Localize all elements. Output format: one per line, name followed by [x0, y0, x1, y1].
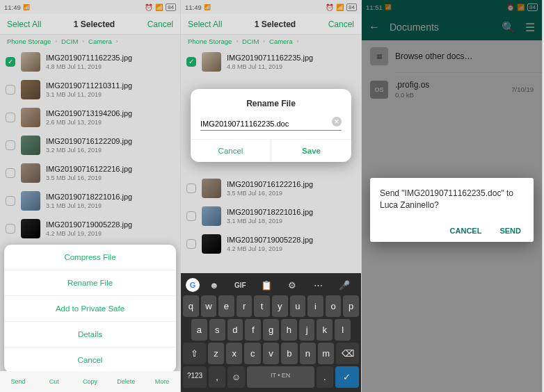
key-y[interactable]: y [272, 295, 288, 317]
clear-input-icon[interactable]: ✕ [332, 117, 342, 126]
key-numsym[interactable]: ?123 [183, 366, 207, 388]
key-w[interactable]: w [201, 295, 217, 317]
key-i[interactable]: i [307, 295, 323, 317]
action-sheet: Compress File Rename File Add to Private… [4, 245, 176, 373]
key-t[interactable]: t [254, 295, 270, 317]
key-shift[interactable]: ⇧ [183, 343, 206, 364]
toolbar-copy[interactable]: Copy [72, 371, 109, 392]
key-comma[interactable]: , [209, 366, 225, 388]
dialog-title: Rename File [191, 99, 351, 108]
sheet-rename[interactable]: Rename File [4, 270, 176, 295]
send-confirm-dialog: Send "IMG20190711162235.doc" to Luca Zan… [370, 178, 534, 242]
key-o[interactable]: o [326, 295, 342, 317]
settings-icon[interactable]: ⚙ [281, 280, 305, 291]
sheet-cancel[interactable]: Cancel [4, 347, 176, 373]
keyboard: G ☻ GIF 📋 ⚙ ⋯ 🎤 q w e r t y u i o p a s … [181, 273, 361, 392]
toolbar-delete[interactable]: Delete [108, 371, 144, 392]
key-r[interactable]: r [237, 295, 253, 317]
key-enter[interactable]: ✓ [335, 366, 359, 388]
key-p[interactable]: p [343, 295, 359, 317]
dialog-save-button[interactable]: Save [271, 140, 351, 162]
confirm-cancel-button[interactable]: CANCEL [447, 222, 485, 239]
key-delete[interactable]: ⌫ [336, 343, 359, 364]
key-period[interactable]: . [317, 366, 333, 388]
bottom-toolbar: Send Cut Copy Delete More [0, 371, 180, 392]
key-emoji[interactable]: ☺ [227, 366, 244, 388]
rename-dialog: Rename File ✕ Cancel Save [191, 89, 351, 162]
toolbar-cut[interactable]: Cut [36, 371, 72, 392]
sheet-details[interactable]: Details [4, 321, 176, 347]
key-e[interactable]: e [218, 295, 234, 317]
key-q[interactable]: q [183, 295, 199, 317]
toolbar-send[interactable]: Send [0, 371, 36, 392]
toolbar-more[interactable]: More [144, 371, 180, 392]
clipboard-icon[interactable]: 📋 [255, 280, 278, 291]
google-icon[interactable]: G [186, 278, 200, 292]
dialog-cancel-button[interactable]: Cancel [191, 140, 271, 162]
sheet-private-safe[interactable]: Add to Private Safe [4, 295, 176, 321]
key-u[interactable]: u [290, 295, 306, 317]
gif-icon[interactable]: GIF [229, 281, 253, 289]
sheet-compress[interactable]: Compress File [4, 245, 176, 270]
more-icon[interactable]: ⋯ [307, 280, 330, 291]
confirm-text: Send "IMG20190711162235.doc" to Luca Zan… [380, 188, 524, 211]
mic-icon[interactable]: 🎤 [333, 280, 357, 291]
confirm-send-button[interactable]: SEND [497, 222, 524, 239]
key-space[interactable]: IT • EN [247, 366, 314, 388]
rename-input[interactable] [200, 117, 342, 131]
sticker-icon[interactable]: ☻ [202, 280, 226, 291]
